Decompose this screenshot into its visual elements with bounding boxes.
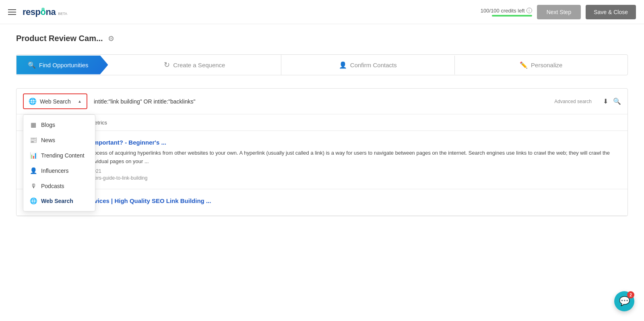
- dropdown-item-news[interactable]: 📰 News: [23, 133, 95, 148]
- search-execute-icon[interactable]: 🔍: [613, 97, 621, 105]
- credits-text: 100/100 credits left i: [481, 8, 532, 14]
- tab-personalize[interactable]: ✏️ Personalize: [455, 56, 627, 75]
- search-type-dropdown: ▦ Blogs 📰 News 📊 Trending Content 👤 Infl…: [23, 114, 95, 211]
- tab-find-opportunities-label: Find Opportunities: [39, 62, 89, 68]
- news-icon: 📰: [30, 137, 37, 144]
- tab-find-opportunities[interactable]: 🔍 Find Opportunities: [17, 56, 108, 75]
- dropdown-item-trending[interactable]: 📊 Trending Content: [23, 148, 95, 163]
- dropdown-influencers-label: Influencers: [41, 168, 68, 174]
- credits-bar: [492, 15, 532, 17]
- search-area: 🌐 Web Search ▲ Advanced search ⬇ 🔍 ▦ Blo…: [16, 88, 628, 216]
- result-item: ding & Why Is It Important? - Beginner's…: [17, 131, 627, 189]
- dropdown-item-web-search[interactable]: 🌐 Web Search: [23, 193, 95, 209]
- page-content: Product Review Cam... ⚙ 🔍 Find Opportuni…: [0, 24, 644, 226]
- filter-row: + Add Filter SEO Metrics: [17, 114, 627, 131]
- download-icon[interactable]: ⬇: [603, 97, 608, 105]
- tab-create-sequence-label: Create a Sequence: [173, 62, 225, 68]
- result-description: Link building is the process of acquirin…: [45, 149, 619, 166]
- advanced-search-label: Advanced search: [554, 99, 592, 104]
- info-icon[interactable]: i: [526, 8, 532, 13]
- credits-bar-fill: [492, 15, 532, 17]
- blogs-icon: ▦: [30, 121, 37, 128]
- credits-label: 100/100 credits left: [481, 8, 525, 14]
- page-title-row: Product Review Cam... ⚙: [16, 34, 628, 43]
- chevron-up-icon: ▲: [78, 99, 82, 104]
- result-title[interactable]: ding & Why Is It Important? - Beginner's…: [45, 139, 619, 146]
- dropdown-trending-label: Trending Content: [41, 152, 85, 159]
- result-indexed: Indexed: Thu Feb 04 2021: [45, 168, 619, 174]
- dropdown-blogs-label: Blogs: [41, 122, 55, 128]
- logo-text: respona: [23, 7, 56, 17]
- search-input[interactable]: [94, 98, 554, 105]
- globe-icon: 🌐: [29, 97, 37, 105]
- tab-confirm-contacts-label: Confirm Contacts: [350, 62, 397, 68]
- podcasts-icon: 🎙: [30, 182, 37, 189]
- tab-confirm-contacts[interactable]: 👤 Confirm Contacts: [281, 56, 454, 75]
- next-step-button[interactable]: Next Step: [537, 5, 581, 19]
- trending-icon: 📊: [30, 152, 37, 159]
- settings-gear-icon[interactable]: ⚙: [108, 34, 114, 43]
- web-search-icon: 🌐: [30, 197, 37, 205]
- dropdown-item-blogs[interactable]: ▦ Blogs: [23, 117, 95, 133]
- hamburger-menu[interactable]: [8, 9, 16, 15]
- logo-badge: BETA: [58, 12, 67, 16]
- page-title: Product Review Cam...: [16, 34, 103, 43]
- sequence-tab-icon: ↻: [164, 60, 170, 69]
- credits-section: 100/100 credits left i: [481, 8, 532, 17]
- dropdown-web-search-label: Web Search: [41, 198, 73, 204]
- header-left: respona BETA: [8, 7, 67, 17]
- dropdown-podcasts-label: Podcasts: [41, 183, 64, 189]
- contacts-tab-icon: 👤: [339, 61, 347, 69]
- search-type-selector[interactable]: 🌐 Web Search ▲: [23, 93, 87, 109]
- dropdown-item-podcasts[interactable]: 🎙 Podcasts: [23, 178, 95, 193]
- influencers-icon: 👤: [30, 167, 37, 174]
- search-tab-icon: 🔍: [28, 61, 36, 69]
- step-tabs: 🔍 Find Opportunities ↻ Create a Sequence…: [16, 54, 628, 75]
- tab-create-sequence[interactable]: ↻ Create a Sequence: [108, 55, 281, 75]
- dropdown-news-label: News: [41, 137, 55, 143]
- search-type-label: Web Search: [40, 98, 71, 105]
- result-item: Link Building Services | High Quality SE…: [17, 189, 627, 216]
- result-url[interactable]: https://moz.com/beginners-guide-to-link-…: [45, 175, 619, 181]
- header: respona BETA 100/100 credits left i Next…: [0, 0, 644, 24]
- save-close-button[interactable]: Save & Close: [586, 5, 636, 19]
- result-title-2[interactable]: Link Building Services | High Quality SE…: [45, 197, 619, 204]
- personalize-tab-icon: ✏️: [520, 61, 528, 69]
- logo: respona BETA: [23, 7, 67, 17]
- search-row: 🌐 Web Search ▲ Advanced search ⬇ 🔍 ▦ Blo…: [17, 89, 627, 114]
- dropdown-item-influencers[interactable]: 👤 Influencers: [23, 163, 95, 178]
- tab-personalize-label: Personalize: [531, 62, 562, 68]
- header-right: 100/100 credits left i Next Step Save & …: [481, 5, 636, 19]
